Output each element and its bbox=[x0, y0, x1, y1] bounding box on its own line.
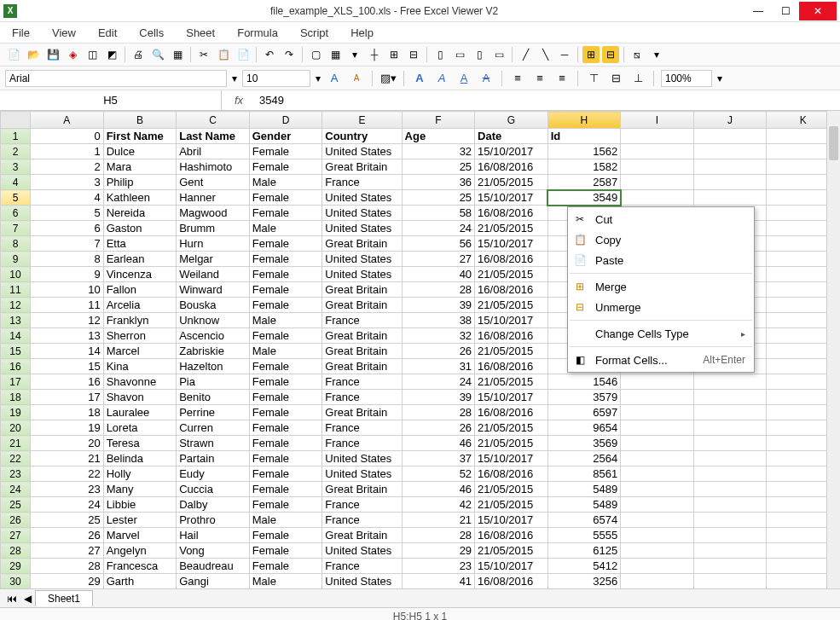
border-left-icon[interactable]: ▯ bbox=[432, 46, 449, 63]
cell[interactable]: 5489 bbox=[547, 482, 621, 497]
cell[interactable]: 56 bbox=[402, 236, 475, 252]
paste-icon[interactable]: 📄 bbox=[235, 46, 252, 63]
cm-copy[interactable]: 📋Copy bbox=[568, 229, 754, 250]
cell[interactable]: Perrine bbox=[177, 405, 250, 420]
size-select[interactable] bbox=[242, 70, 310, 87]
cell[interactable]: 2564 bbox=[547, 451, 621, 466]
cell[interactable]: Hail bbox=[177, 528, 250, 543]
cell[interactable]: France bbox=[322, 559, 402, 574]
cell[interactable]: 2587 bbox=[547, 175, 621, 190]
cell[interactable] bbox=[621, 390, 694, 405]
cell[interactable]: 16/08/2016 bbox=[475, 206, 548, 221]
cell[interactable]: 41 bbox=[402, 574, 475, 589]
cell[interactable]: Female bbox=[249, 451, 322, 466]
cell[interactable]: 22 bbox=[31, 466, 104, 482]
cell[interactable]: 15/10/2017 bbox=[475, 313, 548, 328]
cell[interactable]: Mara bbox=[103, 159, 177, 175]
cell[interactable]: 9654 bbox=[547, 420, 621, 436]
cell[interactable]: Philip bbox=[103, 175, 177, 190]
row-header-13[interactable]: 13 bbox=[1, 313, 31, 328]
cell[interactable]: Female bbox=[249, 267, 322, 282]
cell[interactable]: 20 bbox=[31, 436, 104, 451]
cell[interactable]: 5 bbox=[31, 206, 104, 221]
menu-view[interactable]: View bbox=[49, 25, 79, 41]
cell[interactable]: Female bbox=[249, 528, 322, 543]
cell[interactable] bbox=[693, 436, 767, 451]
cell[interactable] bbox=[621, 374, 694, 390]
border-vt-icon[interactable]: ⊟ bbox=[405, 46, 422, 63]
border-hz-icon[interactable]: ⊞ bbox=[385, 46, 403, 63]
cell[interactable]: 40 bbox=[402, 267, 475, 282]
cell[interactable]: 15/10/2017 bbox=[475, 190, 548, 206]
cell[interactable]: 37 bbox=[402, 451, 475, 466]
cell[interactable]: Loreta bbox=[103, 420, 177, 436]
menu-edit[interactable]: Edit bbox=[95, 25, 120, 41]
page-icon[interactable]: ▦ bbox=[169, 46, 186, 63]
cell[interactable]: Male bbox=[249, 175, 322, 190]
cell[interactable]: Last Name bbox=[177, 129, 250, 144]
cell[interactable]: 25 bbox=[31, 513, 104, 528]
cell[interactable] bbox=[621, 466, 694, 482]
row-header-21[interactable]: 21 bbox=[1, 436, 31, 451]
cell[interactable]: 15/10/2017 bbox=[475, 559, 548, 574]
cell[interactable]: Great Britain bbox=[322, 344, 402, 359]
cell[interactable]: Lester bbox=[103, 513, 177, 528]
cell[interactable]: United States bbox=[322, 543, 402, 559]
cell[interactable]: 16/08/2016 bbox=[475, 466, 548, 482]
cell[interactable]: Female bbox=[249, 144, 322, 159]
cell[interactable]: Nereida bbox=[103, 206, 177, 221]
cell[interactable]: 24 bbox=[31, 497, 104, 513]
tab-nav-prev-icon[interactable]: ◀ bbox=[20, 593, 35, 605]
row-header-20[interactable]: 20 bbox=[1, 420, 31, 436]
cell[interactable]: 24 bbox=[402, 221, 475, 236]
cell[interactable]: United States bbox=[322, 221, 402, 236]
cell[interactable]: France bbox=[322, 420, 402, 436]
cell[interactable]: Female bbox=[249, 359, 322, 374]
cell[interactable]: 28 bbox=[402, 528, 475, 543]
cell[interactable]: 21/05/2015 bbox=[475, 436, 548, 451]
border-inner-icon[interactable]: ┼ bbox=[366, 46, 383, 63]
cell[interactable]: 12 bbox=[31, 313, 104, 328]
cell[interactable] bbox=[693, 466, 767, 482]
cell[interactable]: 18 bbox=[31, 405, 104, 420]
cell[interactable] bbox=[621, 513, 694, 528]
cell[interactable]: Female bbox=[249, 282, 322, 298]
cell[interactable]: 21/05/2015 bbox=[475, 175, 548, 190]
cell[interactable]: Great Britain bbox=[322, 236, 402, 252]
cell[interactable]: 5555 bbox=[547, 528, 621, 543]
cell[interactable]: 21/05/2015 bbox=[475, 420, 548, 436]
cell[interactable]: Great Britain bbox=[322, 328, 402, 344]
cell[interactable]: United States bbox=[322, 466, 402, 482]
cell[interactable]: United States bbox=[322, 144, 402, 159]
cell[interactable]: 36 bbox=[402, 175, 475, 190]
col-header-B[interactable]: B bbox=[103, 112, 177, 129]
cell[interactable]: 15/10/2017 bbox=[475, 451, 548, 466]
cell[interactable]: Female bbox=[249, 252, 322, 267]
cell[interactable]: 21/05/2015 bbox=[475, 374, 548, 390]
cell[interactable] bbox=[693, 497, 767, 513]
cell[interactable]: United States bbox=[322, 451, 402, 466]
cell[interactable]: Female bbox=[249, 482, 322, 497]
cell[interactable]: Melgar bbox=[177, 252, 250, 267]
border-top-icon[interactable]: ▭ bbox=[451, 46, 468, 63]
cell[interactable]: Hazelton bbox=[177, 359, 250, 374]
cell[interactable]: United States bbox=[322, 252, 402, 267]
cell[interactable]: 26 bbox=[31, 528, 104, 543]
row-header-17[interactable]: 17 bbox=[1, 374, 31, 390]
cell[interactable] bbox=[693, 129, 767, 144]
cell[interactable]: Cuccia bbox=[177, 482, 250, 497]
align-left-icon[interactable]: ≡ bbox=[509, 70, 526, 87]
cell[interactable]: 16/08/2016 bbox=[475, 359, 548, 374]
cell[interactable]: 39 bbox=[402, 390, 475, 405]
row-header-11[interactable]: 11 bbox=[1, 282, 31, 298]
cell[interactable]: Female bbox=[249, 298, 322, 313]
col-header-I[interactable]: I bbox=[621, 112, 694, 129]
cell[interactable] bbox=[621, 574, 694, 589]
cell[interactable]: 13 bbox=[31, 328, 104, 344]
cell[interactable]: 1562 bbox=[547, 144, 621, 159]
cell[interactable]: 3 bbox=[31, 175, 104, 190]
cell[interactable]: Female bbox=[249, 236, 322, 252]
cell[interactable] bbox=[621, 559, 694, 574]
cell[interactable]: 21/05/2015 bbox=[475, 344, 548, 359]
italic-icon[interactable]: A bbox=[433, 70, 450, 87]
